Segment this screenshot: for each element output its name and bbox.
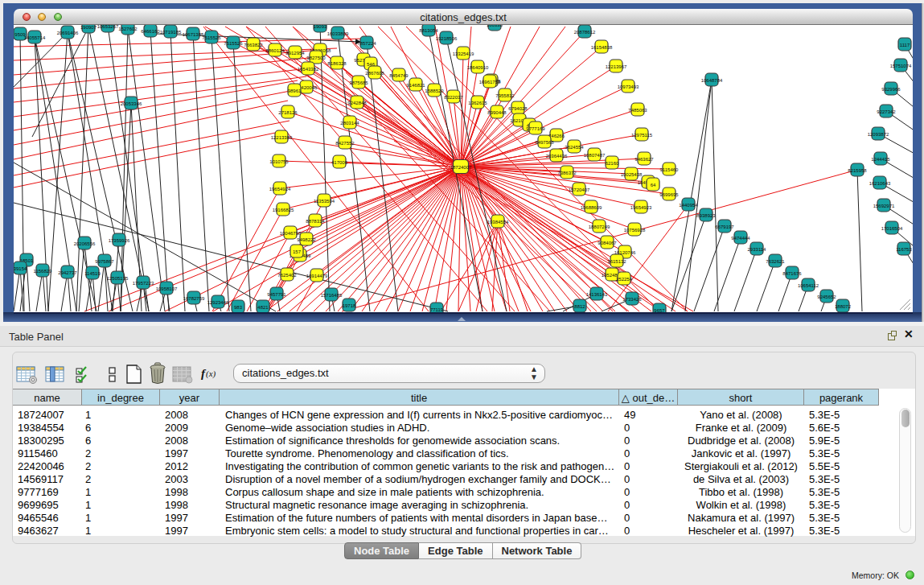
svg-text:1117: 1117 [900, 43, 910, 47]
svg-text:116753: 116753 [896, 247, 912, 252]
svg-text:9227342: 9227342 [877, 109, 896, 114]
svg-text:417006: 417006 [331, 160, 348, 165]
svg-text:6497568: 6497568 [535, 140, 554, 145]
svg-text:2942737: 2942737 [58, 270, 77, 275]
svg-text:15716485: 15716485 [321, 293, 343, 298]
svg-text:19654923: 19654923 [630, 205, 652, 210]
svg-text:7386372: 7386372 [557, 171, 577, 175]
svg-text:98961: 98961 [288, 89, 302, 93]
svg-text:12505135: 12505135 [107, 276, 129, 281]
svg-text:20364436: 20364436 [546, 154, 568, 159]
svg-text:9699695: 9699695 [659, 192, 679, 197]
svg-text:17016504: 17016504 [881, 226, 903, 231]
svg-text:8912954: 8912954 [285, 51, 305, 56]
svg-text:3624554: 3624554 [565, 145, 584, 150]
svg-text:18640910: 18640910 [467, 65, 489, 70]
svg-text:8990448: 8990448 [487, 110, 507, 115]
svg-text:7625402: 7625402 [277, 273, 297, 278]
svg-text:12923446: 12923446 [207, 300, 229, 305]
svg-text:17957223: 17957223 [133, 281, 154, 286]
svg-text:15751074: 15751074 [890, 64, 912, 68]
svg-text:10807487: 10807487 [584, 153, 606, 158]
svg-text:7857224: 7857224 [357, 41, 376, 46]
svg-text:10973493: 10973493 [618, 84, 639, 89]
svg-text:19166825: 19166825 [273, 208, 294, 212]
svg-text:16210643: 16210643 [869, 181, 891, 186]
svg-text:8215958: 8215958 [848, 168, 867, 173]
svg-text:12213389: 12213389 [271, 135, 293, 140]
svg-text:8813054: 8813054 [419, 28, 438, 33]
svg-text:15692971: 15692971 [873, 204, 895, 208]
svg-text:7663822: 7663822 [244, 43, 263, 47]
svg-text:2933114: 2933114 [748, 247, 767, 252]
svg-text:16154838: 16154838 [591, 45, 613, 50]
svg-text:10671385: 10671385 [183, 32, 204, 37]
svg-text:20206556: 20206556 [74, 241, 96, 246]
svg-text:12213967: 12213967 [606, 64, 627, 69]
svg-text:7515526: 7515526 [224, 41, 243, 46]
svg-text:2718126: 2718126 [278, 110, 298, 115]
svg-text:18724007: 18724007 [450, 165, 472, 170]
svg-text:9474444: 9474444 [731, 236, 750, 241]
svg-text:1244415: 1244415 [871, 157, 890, 162]
svg-text:9242848: 9242848 [347, 101, 367, 105]
svg-text:9827500: 9827500 [306, 56, 326, 60]
svg-text:6679197: 6679197 [715, 225, 734, 229]
svg-text:188072: 188072 [835, 304, 852, 309]
svg-text:9245652: 9245652 [817, 295, 836, 299]
svg-text:16961758: 16961758 [479, 80, 501, 84]
svg-text:9457791: 9457791 [267, 292, 286, 297]
svg-text:252254: 252254 [616, 277, 633, 282]
svg-text:15720407: 15720407 [569, 187, 590, 192]
svg-text:13325419: 13325419 [453, 51, 474, 56]
svg-text:1362615: 1362615 [468, 101, 487, 105]
svg-text:10654112: 10654112 [798, 283, 819, 288]
svg-text:10719185: 10719185 [160, 30, 182, 35]
svg-text:7485063: 7485063 [628, 108, 647, 113]
svg-text:10688609: 10688609 [581, 205, 602, 210]
svg-text:77119: 77119 [430, 307, 444, 312]
svg-text:19218506: 19218506 [436, 36, 458, 41]
svg-text:8454749: 8454749 [389, 73, 409, 78]
svg-text:8427552: 8427552 [335, 141, 355, 146]
svg-text:8812: 8812 [574, 304, 585, 309]
svg-text:8938923: 8938923 [696, 213, 716, 218]
svg-text:19093: 19093 [314, 25, 327, 29]
svg-text:9975867: 9975867 [95, 259, 114, 264]
svg-text:18807249: 18807249 [589, 225, 610, 229]
svg-text:6466160: 6466160 [141, 29, 160, 34]
svg-text:9146821: 9146821 [406, 83, 425, 88]
svg-text:12975115: 12975115 [631, 133, 653, 138]
svg-text:157: 157 [293, 249, 302, 254]
svg-text:114519: 114519 [84, 271, 101, 276]
svg-text:10958107: 10958107 [156, 286, 178, 291]
svg-text:8322037: 8322037 [444, 95, 463, 100]
svg-text:19384554: 19384554 [487, 220, 509, 225]
svg-text:2867608: 2867608 [365, 71, 384, 76]
svg-text:14136141: 14136141 [586, 292, 608, 297]
svg-text:9115460: 9115460 [660, 167, 680, 172]
svg-text:1588520: 1588520 [425, 89, 444, 93]
svg-text:12093872: 12093872 [868, 132, 889, 137]
svg-text:7632621: 7632621 [766, 259, 785, 264]
svg-text:17359926: 17359926 [109, 238, 130, 243]
svg-text:9498222: 9498222 [297, 237, 316, 242]
svg-text:8186328: 8186328 [327, 61, 347, 66]
svg-text:160338: 160338 [487, 25, 503, 27]
svg-text:8860124: 8860124 [265, 48, 285, 53]
svg-text:2803144: 2803144 [340, 121, 359, 126]
svg-text:1156829: 1156829 [34, 269, 53, 274]
svg-text:8471676: 8471676 [782, 271, 802, 276]
svg-text:10648784: 10648784 [701, 78, 723, 83]
svg-text:64: 64 [651, 183, 656, 187]
svg-text:10756928: 10756928 [624, 228, 646, 233]
svg-text:190907: 190907 [80, 25, 97, 30]
svg-text:10025438: 10025438 [621, 172, 643, 177]
svg-text:1615132: 1615132 [607, 259, 626, 264]
svg-text:16543382: 16543382 [298, 67, 319, 72]
svg-text:14055714: 14055714 [24, 35, 46, 40]
svg-text:(x): (x) [206, 369, 216, 379]
svg-text:9329966: 9329966 [881, 87, 901, 92]
svg-text:20691406: 20691406 [57, 31, 79, 35]
svg-text:62160: 62160 [606, 161, 619, 166]
